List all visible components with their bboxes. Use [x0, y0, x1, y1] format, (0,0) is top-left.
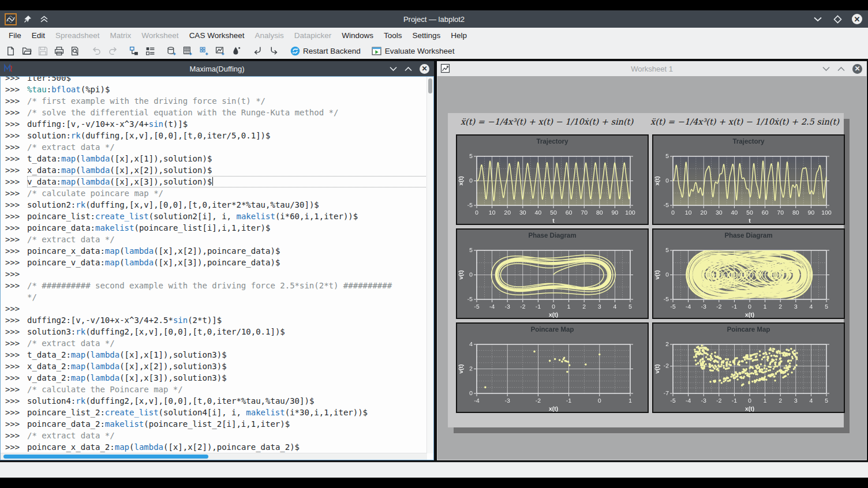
code-text[interactable] — [27, 303, 427, 314]
minimize-button[interactable] — [813, 14, 823, 24]
code-line[interactable]: >>>/* extract data */ — [5, 234, 427, 245]
export-button[interactable] — [265, 45, 282, 58]
code-line[interactable]: >>>poincare_list:create_list(solution2[i… — [5, 211, 427, 222]
code-line[interactable]: >>>/* extract data */ — [5, 337, 427, 349]
code-text[interactable]: x_data_2:map(lambda([x],x[2]),solution3)… — [27, 361, 427, 372]
code-text[interactable]: x_data:map(lambda([x],x[2]),solution)$ — [27, 164, 427, 176]
code-line[interactable]: >>>poincare_x_data_2:map(lambda([x],x[2]… — [5, 441, 427, 453]
restart-backend-button[interactable]: Restart Backend — [287, 45, 364, 58]
code-text[interactable]: poincare_list_2:create_list(solution4[i]… — [27, 407, 427, 418]
equation-2[interactable]: ẍ(t) = −1/4x³(t) + x(t) − 1/10ẋ(t) + 2.5… — [646, 117, 844, 126]
code-line[interactable]: >>>/* calculate the Poincare map */ — [5, 384, 427, 395]
code-line[interactable]: >>>x_data_2:map(lambda([x],x[2]),solutio… — [5, 361, 427, 372]
menu-cas-worksheet[interactable]: CAS Worksheet — [184, 31, 250, 40]
code-text[interactable]: poincare_data:makelist(poincare_list[i],… — [27, 222, 427, 234]
menu-file[interactable]: File — [3, 31, 27, 40]
menu-tools[interactable]: Tools — [379, 31, 407, 40]
new-worksheet-button[interactable] — [212, 45, 228, 58]
plot-trajectory-2[interactable] — [652, 134, 845, 225]
project-explorer-button[interactable] — [126, 45, 142, 58]
properties-explorer-button[interactable] — [142, 45, 158, 58]
menu-edit[interactable]: Edit — [27, 31, 50, 40]
code-line[interactable]: >>>poincare_data_2:makelist(poincare_lis… — [5, 418, 427, 430]
code-line[interactable]: >>>duffing2:[v,-v/10+x-x^3/4+2.5*sin(2*t… — [5, 314, 427, 326]
plot-phase-2-canvas[interactable] — [653, 230, 844, 318]
new-workbook-button[interactable] — [163, 45, 179, 58]
code-line[interactable]: >>>v_data_2:map(lambda([x],x[3]),solutio… — [5, 372, 427, 384]
code-line[interactable]: >>>iter:500$ — [5, 77, 427, 84]
code-text[interactable]: solution:rk(duffing,[x,v],[0,0],[t,0,ite… — [27, 130, 427, 141]
horizontal-scrollbar[interactable] — [1, 453, 427, 460]
code-text[interactable]: /* extract data */ — [27, 234, 427, 245]
code-text[interactable]: duffing2:[v,-v/10+x-x^3/4+2.5*sin(2*t)]$ — [27, 314, 427, 326]
code-text[interactable]: poincare_v_data:map(lambda([x],x[3]),poi… — [27, 257, 427, 268]
code-text[interactable] — [27, 268, 427, 280]
worksheet-canvas[interactable]: ẍ(t) = −1/4x³(t) + x(t) − 1/10ẋ(t) + sin… — [437, 76, 867, 460]
code-text[interactable]: poincare_list:create_list(solution2[i], … — [27, 211, 427, 222]
new-spreadsheet-button[interactable] — [179, 45, 196, 58]
code-line[interactable]: >>> — [5, 268, 427, 280]
code-line[interactable]: >>>/* calculate poincare map */ — [5, 187, 427, 199]
maxima-close-button[interactable]: ✕ — [420, 64, 429, 74]
plot-poincare-2[interactable] — [652, 322, 845, 413]
evaluate-worksheet-button[interactable]: Evaluate Worksheet — [369, 45, 458, 58]
worksheet-titlebar[interactable]: Worksheet 1 ✕ — [437, 61, 867, 76]
vertical-scrollbar-thumb[interactable] — [428, 78, 432, 93]
plot-phase-1[interactable] — [456, 228, 649, 319]
close-button[interactable]: ✕ — [852, 14, 862, 24]
plot-trajectory-2-canvas[interactable] — [653, 136, 844, 224]
plot-trajectory-1[interactable] — [456, 134, 649, 225]
code-text[interactable]: v_data:map(lambda([x],x[3]),solution)$ — [27, 176, 427, 187]
maximize-button[interactable] — [832, 14, 843, 24]
plot-phase-1-canvas[interactable] — [457, 230, 648, 318]
worksheet-restore-button[interactable] — [837, 63, 845, 74]
open-file-button[interactable] — [18, 45, 35, 58]
code-line[interactable]: >>>solution:rk(duffing,[x,v],[0,0],[t,0,… — [5, 130, 427, 141]
plot-trajectory-1-canvas[interactable] — [457, 136, 648, 224]
code-line[interactable]: >>> — [5, 303, 427, 314]
menu-windows[interactable]: Windows — [336, 31, 379, 40]
code-line[interactable]: >>>t_data:map(lambda([x],x[1]),solution)… — [5, 153, 427, 164]
horizontal-scrollbar-thumb[interactable] — [3, 455, 208, 459]
worksheet-shade-button[interactable] — [822, 63, 830, 74]
maxima-titlebar[interactable]: Maxima(Duffing) ✕ — [0, 61, 434, 76]
code-line[interactable]: >>>%tau:bfloat(%pi)$ — [5, 84, 427, 95]
code-text[interactable]: /* first example with the driving force … — [27, 95, 427, 107]
code-line[interactable]: >>>/* extract data */ — [5, 141, 427, 153]
code-text[interactable]: /* extract data */ — [27, 337, 427, 349]
code-text[interactable]: /* solve the differential equation with … — [27, 107, 427, 118]
plot-poincare-1[interactable] — [456, 322, 649, 413]
maxima-session[interactable]: >>>iter:500$>>>%tau:bfloat(%pi)$>>>/* fi… — [0, 76, 434, 460]
print-preview-button[interactable] — [67, 45, 83, 58]
code-text[interactable]: /* calculate the Poincare map */ — [27, 384, 427, 395]
code-line[interactable]: >>>poincare_data:makelist(poincare_list[… — [5, 222, 427, 234]
code-line[interactable]: >>>x_data:map(lambda([x],x[2]),solution)… — [5, 164, 427, 176]
code-text[interactable]: v_data_2:map(lambda([x],x[3]),solution3)… — [27, 372, 427, 384]
code-line[interactable]: >>>poincare_v_data:map(lambda([x],x[3]),… — [5, 257, 427, 268]
code-line[interactable]: >>>/* extract data */ — [5, 430, 427, 441]
vertical-scrollbar[interactable] — [426, 77, 433, 453]
code-text[interactable]: poincare_x_data:map(lambda([x],x[2]),poi… — [27, 245, 427, 257]
menu-settings[interactable]: Settings — [407, 31, 446, 40]
code-text[interactable]: solution2:rk(duffing,[x,v],[0,0],[t,0,it… — [27, 199, 427, 211]
code-text[interactable]: solution3:rk(duffing2,[x,v],[0,0],[t,0,i… — [27, 326, 427, 337]
plot-poincare-1-canvas[interactable] — [457, 324, 648, 412]
code-line[interactable]: >>>/* ########## second example with the… — [5, 280, 427, 291]
menu-help[interactable]: Help — [446, 31, 472, 40]
code-text[interactable]: /* extract data */ — [27, 430, 427, 441]
code-text[interactable]: solution4:rk(duffing2,[x,v],[0,0],[t,0,i… — [27, 395, 427, 407]
code-text[interactable]: */ — [27, 291, 427, 303]
code-text[interactable]: iter:500$ — [27, 77, 427, 84]
maxima-code-area[interactable]: >>>iter:500$>>>%tau:bfloat(%pi)$>>>/* fi… — [1, 77, 427, 453]
code-line[interactable]: >>>t_data_2:map(lambda([x],x[1]),solutio… — [5, 349, 427, 361]
code-line[interactable]: >>>/* solve the differential equation wi… — [5, 107, 427, 118]
code-text[interactable]: duffing:[v,-v/10+x-x^3/4+sin(t)]$ — [27, 118, 427, 130]
print-button[interactable] — [51, 45, 67, 58]
code-text[interactable]: t_data:map(lambda([x],x[1]),solution)$ — [27, 153, 427, 164]
code-line[interactable]: >>>solution2:rk(duffing,[x,v],[0,0],[t,0… — [5, 199, 427, 211]
worksheet-page[interactable]: ẍ(t) = −1/4x³(t) + x(t) − 1/10ẋ(t) + sin… — [448, 113, 844, 427]
new-note-button[interactable] — [228, 45, 244, 58]
new-matrix-button[interactable] — [196, 45, 212, 58]
code-text[interactable]: /* extract data */ — [27, 141, 427, 153]
worksheet-close-button[interactable]: ✕ — [852, 64, 862, 74]
